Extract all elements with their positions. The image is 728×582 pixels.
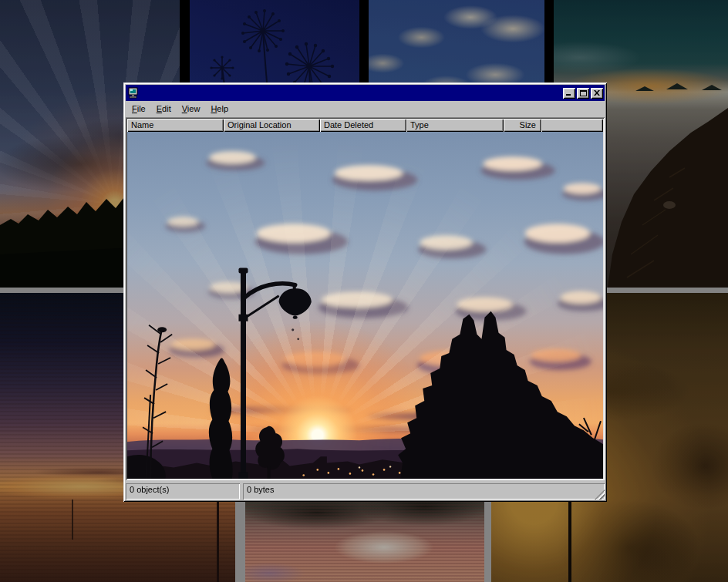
maximize-button[interactable] — [577, 88, 589, 99]
column-header-name[interactable]: Name — [127, 119, 224, 132]
file-list-view[interactable]: Name Original Location Date Deleted Type… — [126, 117, 605, 480]
menu-help[interactable]: Help — [205, 102, 234, 116]
close-button[interactable] — [591, 88, 603, 99]
client-area-lamp-post-sunset-photo[interactable] — [127, 132, 603, 479]
column-header-type[interactable]: Type — [406, 119, 504, 132]
column-header-date-deleted[interactable]: Date Deleted — [320, 119, 406, 132]
minimize-button[interactable] — [563, 88, 575, 99]
status-bar: 0 object(s) 0 bytes — [126, 482, 605, 500]
minimize-icon — [566, 90, 572, 96]
column-header-row: Name Original Location Date Deleted Type… — [127, 119, 603, 132]
menu-file[interactable]: File — [126, 102, 151, 116]
column-header-filler — [541, 119, 603, 132]
menu-edit[interactable]: Edit — [151, 102, 177, 116]
close-icon — [594, 90, 600, 96]
recycle-bin-window[interactable]: File Edit View Help Name Original Locati… — [123, 82, 607, 502]
window-titlebar[interactable] — [126, 85, 605, 101]
column-header-size[interactable]: Size — [504, 119, 541, 132]
menu-view[interactable]: View — [177, 102, 206, 116]
maximize-icon — [580, 90, 587, 96]
silhouette-foreground — [127, 132, 603, 479]
status-object-count: 0 object(s) — [126, 483, 240, 500]
menu-bar: File Edit View Help — [126, 101, 605, 116]
computer-icon — [127, 87, 140, 99]
column-header-original-location[interactable]: Original Location — [224, 119, 320, 132]
status-size: 0 bytes — [243, 483, 605, 500]
